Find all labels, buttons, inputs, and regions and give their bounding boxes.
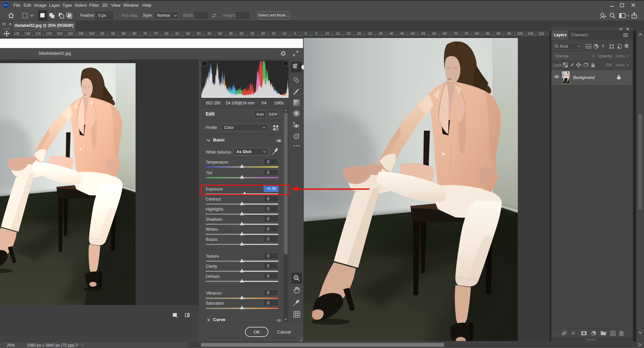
svg-text:90: 90 <box>497 32 501 36</box>
svg-text:100: 100 <box>89 32 95 36</box>
svg-text:30: 30 <box>240 32 244 36</box>
svg-text:25: 25 <box>357 32 361 36</box>
svg-text:110: 110 <box>67 32 73 36</box>
svg-text:75: 75 <box>464 32 468 36</box>
svg-text:35: 35 <box>379 32 383 36</box>
svg-text:50: 50 <box>197 32 201 36</box>
svg-text:95: 95 <box>507 32 511 36</box>
svg-text:15: 15 <box>336 32 340 36</box>
svg-text:130: 130 <box>24 32 30 36</box>
svg-text:50: 50 <box>411 32 415 36</box>
svg-text:85: 85 <box>486 32 490 36</box>
svg-text:105: 105 <box>528 32 534 36</box>
svg-text:10: 10 <box>283 32 287 36</box>
svg-text:80: 80 <box>475 32 479 36</box>
svg-text:65: 65 <box>165 32 169 36</box>
svg-text:60: 60 <box>176 32 180 36</box>
svg-text:120: 120 <box>46 32 52 36</box>
svg-text:5: 5 <box>294 32 296 36</box>
svg-text:55: 55 <box>186 32 190 36</box>
svg-text:135: 135 <box>14 32 19 36</box>
svg-text:40: 40 <box>218 32 222 36</box>
svg-text:20: 20 <box>347 32 351 36</box>
svg-text:10: 10 <box>325 32 329 36</box>
svg-text:45: 45 <box>400 32 404 36</box>
svg-text:30: 30 <box>368 32 372 36</box>
svg-text:75: 75 <box>143 32 147 36</box>
svg-text:40: 40 <box>390 32 394 36</box>
svg-text:70: 70 <box>454 32 458 36</box>
svg-text:55: 55 <box>422 32 426 36</box>
svg-text:70: 70 <box>154 32 158 36</box>
svg-text:45: 45 <box>207 32 211 36</box>
svg-text:95: 95 <box>100 32 104 36</box>
svg-text:T: T <box>602 44 604 49</box>
svg-text:85: 85 <box>122 32 126 36</box>
svg-text:80: 80 <box>133 32 137 36</box>
svg-text:90: 90 <box>111 32 115 36</box>
svg-text:25: 25 <box>250 32 254 36</box>
svg-text:0: 0 <box>305 32 307 36</box>
svg-text:35: 35 <box>229 32 233 36</box>
svg-text:5: 5 <box>315 32 317 36</box>
svg-text:20: 20 <box>261 32 265 36</box>
svg-text:15: 15 <box>272 32 276 36</box>
svg-text:fx: fx <box>572 331 575 336</box>
svg-text:65: 65 <box>443 32 447 36</box>
svg-text:105: 105 <box>78 32 84 36</box>
svg-text:125: 125 <box>35 32 41 36</box>
svg-text:115: 115 <box>57 32 62 36</box>
svg-text:110: 110 <box>539 32 544 36</box>
svg-text:100: 100 <box>517 32 523 36</box>
svg-text:60: 60 <box>432 32 436 36</box>
